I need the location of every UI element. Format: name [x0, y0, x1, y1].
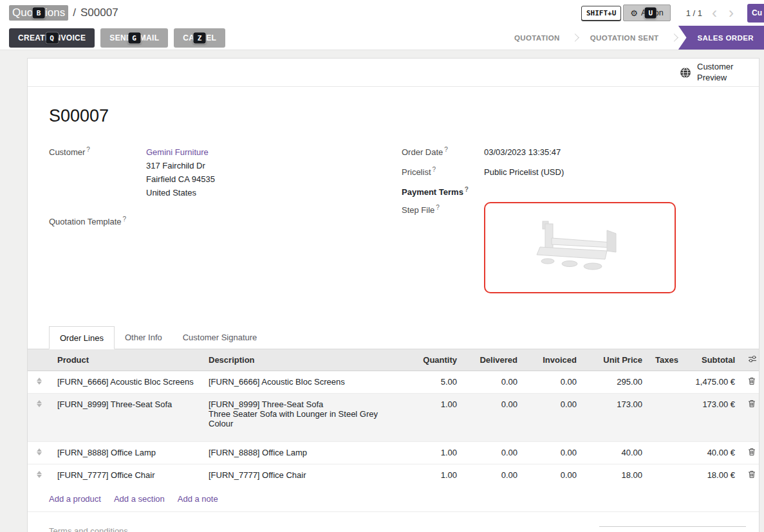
- topbar-controls: SHIFT+U ⚙ Action U 1 / 1 ‹ › Cu: [581, 4, 764, 23]
- row-cell-quantity[interactable]: 1.00: [407, 464, 463, 487]
- status-separator-chevron-icon: [670, 33, 678, 42]
- row-cell-invoiced[interactable]: 0.00: [524, 442, 583, 464]
- row-cell-taxes[interactable]: [649, 394, 677, 442]
- order-date-field-value[interactable]: 03/03/2023 13:35:47: [484, 145, 561, 159]
- row-cell-delivered[interactable]: 0.00: [463, 394, 524, 442]
- order-line-row[interactable]: [FURN_8888] Office Lamp [FURN_8888] Offi…: [28, 442, 759, 464]
- row-cell-invoiced[interactable]: 0.00: [524, 394, 583, 442]
- row-cell-description[interactable]: [FURN_8999] Three-Seat SofaThree Seater …: [202, 394, 407, 442]
- customer-preview-button[interactable]: Customer Preview: [680, 62, 742, 83]
- row-cell-unit-price[interactable]: 295.00: [583, 371, 649, 394]
- status-step-quotation-sent[interactable]: QUOTATION SENT: [579, 26, 670, 50]
- trash-icon: [748, 399, 756, 408]
- create-invoice-button[interactable]: CREATE INVOICE Q: [9, 28, 95, 48]
- status-step-quotation[interactable]: QUOTATION: [503, 26, 571, 50]
- delete-line-button[interactable]: [748, 377, 756, 387]
- customer-address-line1: 317 Fairchild Dr: [146, 159, 215, 172]
- row-cell-product[interactable]: [FURN_7777] Office Chair: [51, 464, 202, 487]
- line-add-links: Add a product Add a section Add a note: [28, 486, 759, 512]
- order-line-row[interactable]: [FURN_8999] Three-Seat Sofa [FURN_8999] …: [28, 394, 759, 442]
- row-cell-unit-price[interactable]: 40.00: [583, 442, 649, 464]
- order-line-row[interactable]: [FURN_7777] Office Chair [FURN_7777] Off…: [28, 464, 759, 487]
- optional-columns-toggle-icon[interactable]: [748, 355, 757, 364]
- row-cell-quantity[interactable]: 1.00: [407, 442, 463, 464]
- drag-handle-icon[interactable]: [37, 377, 42, 385]
- tab-customer-signature[interactable]: Customer Signature: [172, 326, 268, 349]
- row-cell-taxes[interactable]: [649, 371, 677, 394]
- delete-line-button[interactable]: [748, 448, 756, 457]
- quotation-template-field-label: Quotation Template?: [49, 215, 146, 226]
- customer-link[interactable]: Gemini Furniture: [146, 145, 215, 159]
- help-question-mark[interactable]: ?: [465, 186, 469, 193]
- column-header-delivered[interactable]: Delivered: [463, 349, 524, 371]
- record-title[interactable]: S00007: [49, 106, 738, 126]
- drag-handle-icon[interactable]: [37, 470, 42, 479]
- row-cell-taxes[interactable]: [649, 442, 677, 464]
- row-cell-delete: [741, 464, 759, 487]
- pager-next-icon[interactable]: ›: [723, 5, 740, 21]
- customer-field-value: Gemini Furniture 317 Fairchild Dr Fairfi…: [146, 145, 215, 199]
- add-section-link[interactable]: Add a section: [114, 494, 165, 504]
- send-email-button[interactable]: SEND EMAIL G: [100, 28, 168, 48]
- terms-and-conditions-placeholder[interactable]: Terms and conditions...: [49, 526, 135, 532]
- row-cell-description[interactable]: [FURN_8888] Office Lamp: [202, 442, 407, 464]
- record-sheet: Customer Preview S00007 Customer? Gemini…: [27, 58, 759, 532]
- help-question-mark[interactable]: ?: [123, 216, 127, 223]
- row-cell-quantity[interactable]: 5.00: [407, 371, 463, 394]
- row-cell-delivered[interactable]: 0.00: [463, 464, 524, 487]
- customer-address-line2: Fairfield CA 94535: [146, 172, 215, 186]
- column-header-description[interactable]: Description: [202, 349, 407, 371]
- row-cell-handle: [28, 464, 51, 487]
- tab-order-lines[interactable]: Order Lines: [49, 326, 115, 349]
- row-cell-quantity[interactable]: 1.00: [407, 394, 463, 442]
- field-column-left: Customer? Gemini Furniture 317 Fairchild…: [49, 145, 385, 299]
- breadcrumb-quotations-link[interactable]: Quotations B: [9, 5, 68, 21]
- row-cell-description[interactable]: [FURN_7777] Office Chair: [202, 464, 407, 487]
- cancel-button[interactable]: CANCEL Z: [174, 28, 225, 48]
- column-header-quantity[interactable]: Quantity: [407, 349, 463, 371]
- help-question-mark[interactable]: ?: [436, 204, 440, 211]
- row-cell-taxes[interactable]: [649, 464, 677, 487]
- delete-line-button[interactable]: [748, 470, 756, 480]
- help-question-mark[interactable]: ?: [86, 146, 90, 153]
- pricelist-field-value[interactable]: Public Pricelist (USD): [484, 165, 564, 179]
- row-cell-delivered[interactable]: 0.00: [463, 371, 524, 394]
- order-date-field-label: Order Date?: [402, 145, 484, 159]
- add-product-link[interactable]: Add a product: [49, 494, 101, 504]
- row-cell-product[interactable]: [FURN_8999] Three-Seat Sofa: [51, 394, 202, 442]
- breadcrumb-separator: /: [73, 6, 76, 19]
- column-header-subtotal[interactable]: Subtotal: [677, 349, 741, 371]
- row-cell-invoiced[interactable]: 0.00: [524, 371, 583, 394]
- row-cell-delete: [741, 442, 759, 464]
- row-cell-product[interactable]: [FURN_8888] Office Lamp: [51, 442, 202, 464]
- row-cell-unit-price[interactable]: 173.00: [583, 394, 649, 442]
- row-cell-product[interactable]: [FURN_6666] Acoustic Bloc Screens: [51, 371, 202, 394]
- column-header-invoiced[interactable]: Invoiced: [524, 349, 583, 371]
- row-cell-delete: [741, 371, 759, 394]
- truncated-edge-button[interactable]: Cu: [747, 4, 764, 23]
- step-file-preview-box[interactable]: [484, 202, 676, 293]
- row-cell-delivered[interactable]: 0.00: [463, 442, 524, 464]
- add-note-link[interactable]: Add a note: [178, 494, 218, 504]
- row-cell-invoiced[interactable]: 0.00: [524, 464, 583, 487]
- sheet-footer: Terms and conditions... Total: 1,706.00 …: [28, 512, 759, 532]
- tab-other-info[interactable]: Other Info: [115, 326, 172, 349]
- drag-handle-icon[interactable]: [37, 399, 42, 408]
- delete-line-button[interactable]: [748, 399, 756, 409]
- help-question-mark[interactable]: ?: [444, 146, 448, 153]
- pager-previous-icon[interactable]: ‹: [706, 5, 723, 21]
- action-menu-button[interactable]: ⚙ Action U: [623, 5, 670, 21]
- drag-handle-icon[interactable]: [37, 448, 42, 456]
- column-header-taxes[interactable]: Taxes: [649, 349, 677, 371]
- column-header-product[interactable]: Product: [51, 349, 202, 371]
- cancel-label: CANCEL: [183, 33, 216, 42]
- notebook-tabs: Order Lines Other Info Customer Signatur…: [28, 326, 759, 349]
- order-line-row[interactable]: [FURN_6666] Acoustic Bloc Screens [FURN_…: [28, 371, 759, 394]
- column-header-unit-price[interactable]: Unit Price: [583, 349, 649, 371]
- help-question-mark[interactable]: ?: [433, 166, 436, 173]
- row-cell-unit-price[interactable]: 18.00: [583, 464, 649, 487]
- status-step-sales-order[interactable]: SALES ORDER: [678, 26, 764, 50]
- customer-preview-label: Customer Preview: [697, 62, 742, 83]
- customer-field-label: Customer?: [49, 145, 146, 199]
- row-cell-description[interactable]: [FURN_6666] Acoustic Bloc Screens: [202, 371, 407, 394]
